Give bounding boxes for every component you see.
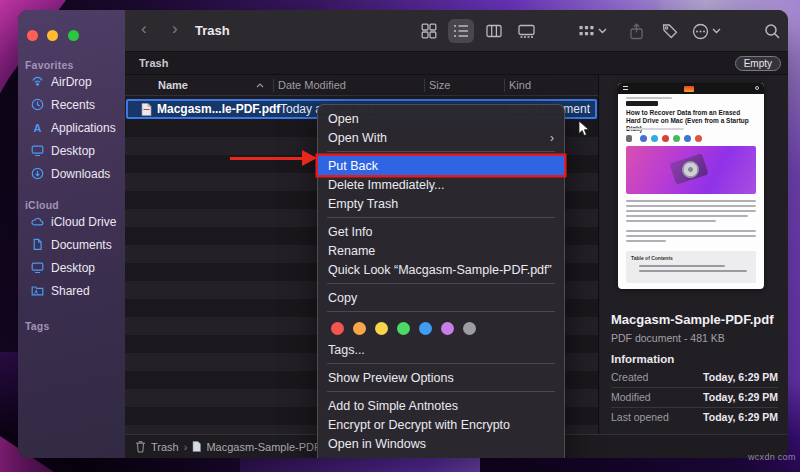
shared-folder-icon [31,284,44,297]
sidebar-item-desktop-icloud[interactable]: Desktop [18,256,125,279]
column-header-name[interactable]: Name [158,79,188,91]
file-name: Macgasm...le-PDF.pdf [157,102,280,116]
icloud-icon [31,215,44,228]
menu-item-get-info[interactable]: Get Info [318,222,564,241]
list-view-button[interactable] [448,19,474,43]
empty-trash-button[interactable]: Empty [735,56,781,71]
sidebar-item-airdrop[interactable]: AirDrop [18,70,125,93]
sidebar-item-label: Desktop [51,261,95,275]
column-header-size[interactable]: Size [429,79,450,91]
path-item-trash[interactable]: Trash [151,441,179,453]
tag-green[interactable] [397,322,410,335]
grid-view-icon [421,23,437,39]
sidebar-item-label: Downloads [51,167,110,181]
ellipsis-circle-icon [692,23,709,40]
preview-file-name: Macgasm-Sample-PDF.pdf [611,312,774,327]
group-by-icon [578,23,595,39]
thumb-webpage-header [618,83,764,94]
menu-item-open[interactable]: Open [318,109,564,128]
back-button[interactable]: ‹ [141,19,147,39]
sidebar: Favorites AirDrop Recents A Applications… [18,10,125,458]
column-header-date-modified[interactable]: Date Modified [278,79,346,91]
sidebar-item-icloud-drive[interactable]: iCloud Drive [18,210,125,233]
chevron-down-icon [712,28,721,34]
menu-item-quick-look[interactable]: Quick Look “Macgasm-Sample-PDF.pdf” [318,260,564,279]
menu-item-show-preview-options[interactable]: Show Preview Options [318,368,564,387]
search-button[interactable] [759,19,785,43]
finder-window: Favorites AirDrop Recents A Applications… [18,10,788,458]
tag-red[interactable] [331,322,344,335]
desktop-icon [31,261,44,274]
info-row-created: Created Today, 6:29 PM [611,368,778,387]
annotation-arrow-head [302,150,317,166]
tag-blue[interactable] [419,322,432,335]
toc-title: Table of Contents [631,255,751,261]
tag-gray[interactable] [463,322,476,335]
menu-separator [327,363,555,364]
tag-orange[interactable] [353,322,366,335]
sidebar-item-shared[interactable]: Shared [18,279,125,302]
facebook-dot [640,135,647,142]
info-label: Modified [611,391,651,403]
group-by-chevron[interactable] [595,19,609,43]
search-icon [764,23,781,40]
menu-item-put-back[interactable]: Put Back [318,156,564,175]
annotation-arrow-line [230,157,304,160]
desktop-icon [31,144,44,157]
forward-button[interactable]: › [172,19,178,39]
sidebar-item-desktop[interactable]: Desktop [18,139,125,162]
tags-button[interactable] [657,19,683,43]
info-value: Today, 6:29 PM [703,391,778,403]
menu-item-open-with[interactable]: Open With› [318,128,564,147]
location-header: Trash Empty [125,52,788,75]
sidebar-item-downloads[interactable]: Downloads [18,162,125,185]
chevron-down-icon [598,28,607,34]
menu-item-empty-trash[interactable]: Empty Trash [318,194,564,213]
menu-item-copy[interactable]: Copy [318,288,564,307]
tag-purple[interactable] [441,322,454,335]
article-hero-image [626,146,756,194]
gallery-view-button[interactable] [513,19,539,43]
menu-item-rename[interactable]: Rename [318,241,564,260]
menu-item-reveal-in-windows[interactable]: Reveal in Windows [318,453,564,458]
path-chevron: › [184,441,188,453]
menu-item-tags[interactable]: Tags... [318,340,564,359]
menu-item-add-to-simple-antnotes[interactable]: Add to Simple Antnotes [318,396,564,415]
share-chevron [626,135,632,142]
more-actions-chevron[interactable] [709,19,723,43]
airdrop-icon [31,75,44,88]
info-label: Created [611,371,648,383]
minimize-window-button[interactable] [47,30,58,41]
sidebar-item-label: Applications [51,121,116,135]
sidebar-item-applications[interactable]: A Applications [18,116,125,139]
close-window-button[interactable] [27,30,38,41]
icon-view-button[interactable] [416,19,442,43]
column-headers: Name Date Modified Size Kind [125,75,598,96]
breadcrumb-line [626,97,672,99]
hamburger-icon [623,86,628,90]
column-view-button[interactable] [481,19,507,43]
sidebar-section-tags: Tags [25,320,50,332]
clock-icon [31,98,44,111]
watermark: wcxdn com [748,452,796,462]
tag-yellow[interactable] [375,322,388,335]
site-logo [684,86,694,92]
menu-item-delete-immediately[interactable]: Delete Immediately... [318,175,564,194]
menu-item-open-in-windows[interactable]: Open in Windows [318,434,564,453]
column-header-kind[interactable]: Kind [509,79,531,91]
linkedin-dot [684,135,691,142]
pdf-thumbnail[interactable]: How to Recover Data from an Erased Hard … [618,83,764,289]
search-icon [755,86,759,90]
zoom-window-button[interactable] [68,30,79,41]
menu-item-encrypt-decrypt[interactable]: Encrypt or Decrypt with Encrypto [318,415,564,434]
menu-separator [327,283,555,284]
sidebar-item-label: AirDrop [51,75,92,89]
sidebar-item-recents[interactable]: Recents [18,93,125,116]
sidebar-item-documents[interactable]: Documents [18,233,125,256]
sort-ascending-icon [256,83,264,88]
email-dot [695,135,702,142]
submenu-chevron-icon: › [550,131,554,145]
location-title: Trash [139,57,168,69]
tag-icon [662,23,678,39]
window-title: Trash [195,10,230,52]
